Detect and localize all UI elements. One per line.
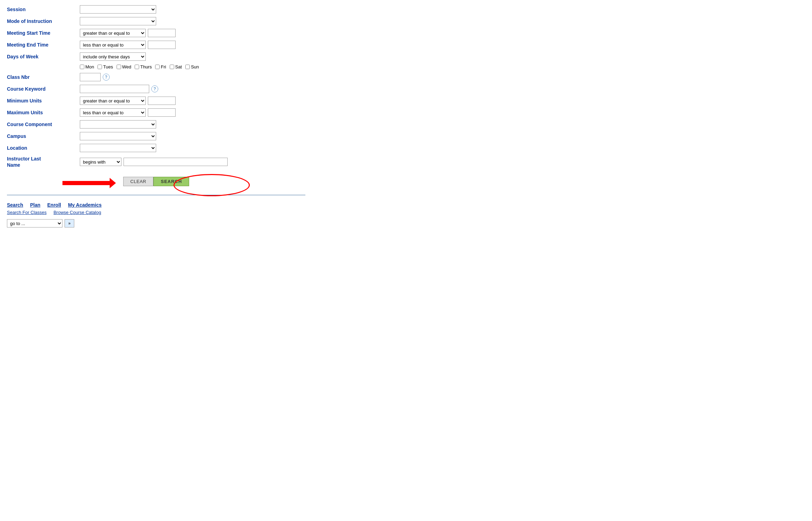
minimum-units-row: Minimum Units greater than or equal to l…	[7, 95, 305, 107]
day-sun-text: Sun	[191, 64, 199, 69]
nav-plan-link[interactable]: Plan	[30, 202, 41, 208]
location-label: Location	[7, 145, 80, 151]
mode-of-instruction-label: Mode of Instruction	[7, 18, 80, 24]
days-of-week-row: Days of Week include only these days	[7, 51, 305, 63]
red-arrow-head	[110, 178, 116, 188]
day-thurs-checkbox[interactable]	[135, 65, 139, 69]
instructor-last-name-row: Instructor Last Name begins with contain…	[7, 154, 305, 170]
meeting-start-time-field: greater than or equal to less than or eq…	[80, 29, 176, 37]
sub-nav-links: Search For Classes Browse Course Catalog	[7, 210, 305, 215]
campus-label: Campus	[7, 133, 80, 139]
nav-enroll-link[interactable]: Enroll	[47, 202, 61, 208]
meeting-end-time-row: Meeting End Time less than or equal to g…	[7, 39, 305, 51]
search-button[interactable]: Search	[153, 177, 189, 186]
class-nbr-row: Class Nbr ?	[7, 71, 305, 83]
bottom-divider	[7, 195, 305, 195]
arrow-annotation	[62, 181, 111, 185]
class-nbr-input[interactable]	[80, 73, 101, 81]
meeting-start-time-input[interactable]	[148, 29, 176, 37]
day-sat-label[interactable]: Sat	[170, 64, 182, 69]
instructor-label-line1: Instructor Last	[7, 156, 41, 162]
goto-button[interactable]: »	[65, 219, 74, 228]
day-sat-checkbox[interactable]	[170, 65, 174, 69]
course-keyword-label: Course Keyword	[7, 86, 80, 92]
meeting-end-time-input[interactable]	[148, 41, 176, 49]
goto-container: go to ... »	[7, 219, 305, 228]
mode-of-instruction-field	[80, 17, 156, 25]
days-checkboxes-row: Mon Tues Wed Thurs Fri Sat	[7, 63, 305, 71]
campus-row: Campus	[7, 130, 305, 142]
day-wed-label[interactable]: Wed	[117, 64, 132, 69]
instructor-last-name-comparator[interactable]: begins with contains is exactly	[80, 158, 121, 166]
location-field	[80, 144, 156, 152]
session-label: Session	[7, 7, 80, 12]
meeting-start-time-label: Meeting Start Time	[7, 30, 80, 36]
day-sun-label[interactable]: Sun	[185, 64, 199, 69]
button-area-container: Clear Search	[7, 170, 305, 191]
mode-of-instruction-row: Mode of Instruction	[7, 15, 305, 27]
course-keyword-input[interactable]	[80, 85, 149, 93]
course-keyword-help-icon[interactable]: ?	[151, 85, 158, 92]
browse-course-catalog-link[interactable]: Browse Course Catalog	[53, 210, 101, 215]
class-nbr-help-icon[interactable]: ?	[103, 74, 110, 81]
day-tues-checkbox[interactable]	[98, 65, 102, 69]
days-checkboxes-container: Mon Tues Wed Thurs Fri Sat	[80, 64, 199, 69]
meeting-end-time-comparator[interactable]: less than or equal to greater than or eq…	[80, 41, 146, 49]
main-nav-links: Search Plan Enroll My Academics	[7, 202, 305, 208]
maximum-units-input[interactable]	[148, 108, 176, 117]
clear-button[interactable]: Clear	[123, 177, 154, 186]
instructor-label-line2: Name	[7, 162, 20, 168]
nav-my-academics-link[interactable]: My Academics	[68, 202, 102, 208]
instructor-last-name-label: Instructor Last Name	[7, 156, 80, 168]
bottom-nav: Search Plan Enroll My Academics Search F…	[7, 199, 305, 229]
day-wed-checkbox[interactable]	[117, 65, 121, 69]
goto-select[interactable]: go to ...	[7, 219, 62, 228]
session-select[interactable]	[80, 5, 156, 14]
days-of-week-select[interactable]: include only these days	[80, 52, 146, 61]
course-keyword-field: ?	[80, 85, 158, 93]
day-mon-text: Mon	[85, 64, 94, 69]
nav-search-link[interactable]: Search	[7, 202, 23, 208]
session-row: Session	[7, 3, 305, 15]
campus-select[interactable]	[80, 132, 156, 140]
location-row: Location	[7, 142, 305, 154]
day-wed-text: Wed	[122, 64, 132, 69]
meeting-start-time-comparator[interactable]: greater than or equal to less than or eq…	[80, 29, 146, 37]
days-of-week-field: include only these days	[80, 52, 146, 61]
course-keyword-row: Course Keyword ?	[7, 83, 305, 95]
course-component-label: Course Component	[7, 122, 80, 127]
campus-field	[80, 132, 156, 140]
maximum-units-row: Maximum Units less than or equal to grea…	[7, 107, 305, 118]
day-sat-text: Sat	[175, 64, 182, 69]
day-fri-checkbox[interactable]	[155, 65, 160, 69]
location-select[interactable]	[80, 144, 156, 152]
maximum-units-field: less than or equal to greater than or eq…	[80, 108, 176, 117]
day-sun-checkbox[interactable]	[185, 65, 190, 69]
instructor-last-name-input[interactable]	[124, 158, 228, 166]
course-component-row: Course Component	[7, 118, 305, 130]
instructor-last-name-field: begins with contains is exactly	[80, 158, 228, 166]
day-thurs-label[interactable]: Thurs	[135, 64, 152, 69]
days-of-week-label: Days of Week	[7, 54, 80, 59]
day-tues-label[interactable]: Tues	[98, 64, 113, 69]
maximum-units-comparator[interactable]: less than or equal to greater than or eq…	[80, 108, 146, 117]
session-field	[80, 5, 156, 14]
maximum-units-label: Maximum Units	[7, 110, 80, 115]
minimum-units-field: greater than or equal to less than or eq…	[80, 97, 176, 105]
day-tues-text: Tues	[103, 64, 113, 69]
minimum-units-comparator[interactable]: greater than or equal to less than or eq…	[80, 97, 146, 105]
day-fri-text: Fri	[161, 64, 166, 69]
course-component-select[interactable]	[80, 120, 156, 129]
minimum-units-input[interactable]	[148, 97, 176, 105]
search-for-classes-link[interactable]: Search For Classes	[7, 210, 46, 215]
day-fri-label[interactable]: Fri	[155, 64, 166, 69]
day-thurs-text: Thurs	[140, 64, 152, 69]
meeting-start-time-row: Meeting Start Time greater than or equal…	[7, 27, 305, 39]
day-mon-checkbox[interactable]	[80, 65, 84, 69]
main-container: Session Mode of Instruction Meeting Star…	[0, 0, 312, 233]
day-mon-label[interactable]: Mon	[80, 64, 94, 69]
red-arrow-body	[62, 181, 111, 185]
buttons-row: Clear Search	[7, 177, 305, 186]
mode-of-instruction-select[interactable]	[80, 17, 156, 25]
course-component-field	[80, 120, 156, 129]
